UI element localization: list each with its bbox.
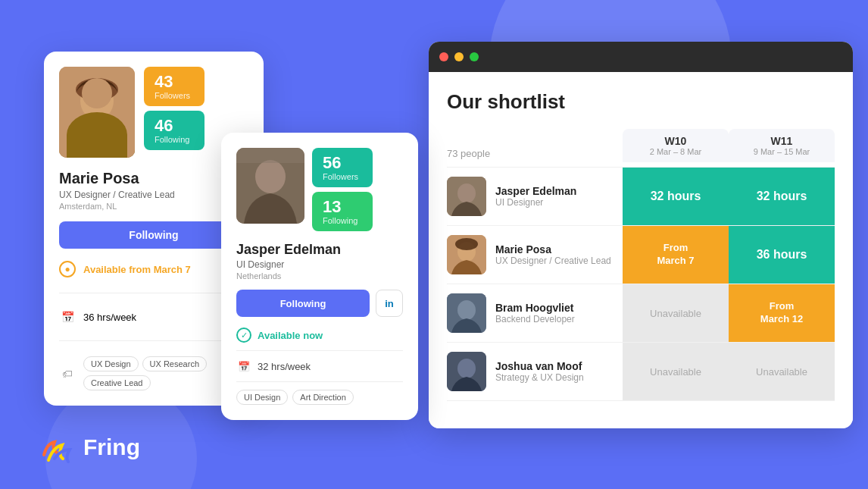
- marie-avatar-svg: [59, 67, 135, 158]
- marie-name: Marie Posa: [59, 170, 248, 187]
- bram-table-role: Backend Developer: [495, 314, 575, 324]
- joshua-table-role: Strategy & UX Design: [495, 372, 584, 383]
- linkedin-button[interactable]: in: [376, 290, 403, 317]
- minimize-dot[interactable]: [454, 52, 464, 61]
- table-row: Marie Posa UX Designer / Creative Lead F…: [447, 225, 835, 284]
- marie-follow-button[interactable]: Following: [59, 221, 248, 249]
- card2-stats: 56 Followers 13 Following: [312, 148, 373, 231]
- marie-tags-row: 🏷 UX Design UX Research Creative Lead: [59, 356, 248, 390]
- maximize-dot[interactable]: [470, 52, 479, 61]
- jasper-table-info: Jasper Edelman UI Designer: [495, 185, 576, 208]
- bram-table-info: Bram Hoogvliet Backend Developer: [495, 302, 575, 324]
- jasper-followers-num: 56: [323, 154, 362, 172]
- week11-header: W11 9 Mar – 15 Mar: [729, 129, 835, 162]
- people-count: 73 people: [447, 129, 623, 162]
- marie-w11-cell: 36 hours: [729, 226, 835, 284]
- card2-header: 56 Followers 13 Following: [236, 148, 403, 231]
- card1-stats: 43 Followers 46 Following: [144, 67, 205, 158]
- jasper-role: UI Designer: [236, 259, 403, 270]
- jasper-location: Netherlands: [236, 271, 403, 281]
- week10-dates: 2 Mar – 8 Mar: [632, 147, 720, 156]
- marie-w10-cell: FromMarch 7: [623, 226, 729, 284]
- joshua-table-info: Joshua van Moof Strategy & UX Design: [495, 360, 584, 383]
- jasper-followers-label: Followers: [323, 172, 362, 181]
- calendar-icon: 📅: [59, 309, 76, 325]
- jasper-table-avatar: [447, 177, 486, 216]
- svg-point-14: [457, 359, 476, 378]
- marie-followers-box: 43 Followers: [144, 67, 205, 106]
- marie-table-name: Marie Posa: [495, 243, 611, 255]
- close-dot[interactable]: [439, 52, 448, 61]
- marie-followers-num: 43: [155, 73, 194, 91]
- jasper-name: Jasper Edelman: [236, 242, 403, 258]
- marie-availability-row: ● Available from March 7: [59, 261, 248, 277]
- bram-w11-cell: FromMarch 12: [729, 284, 835, 342]
- bram-w10-cell: Unavailable: [623, 284, 729, 342]
- card1-info: ● Available from March 7 📅 36 hrs/week 🏷…: [59, 261, 248, 390]
- jasper-availability-row: ✓ Available now: [236, 328, 403, 343]
- svg-point-4: [255, 160, 286, 193]
- jasper-calendar-icon: 📅: [236, 359, 251, 374]
- card2-actions: Following in: [236, 290, 403, 317]
- joshua-w10-cell: Unavailable: [623, 343, 729, 400]
- jasper-availability-text: Available now: [258, 330, 323, 341]
- jasper-avatar-svg: [236, 148, 304, 224]
- jasper-w10-cell: 32 hours: [623, 168, 729, 225]
- tag-uidesign[interactable]: UI Design: [236, 390, 288, 405]
- browser-window: Our shortlist 73 people W10 2 Mar – 8 Ma…: [429, 42, 853, 428]
- shortlist-table: 73 people W10 2 Mar – 8 Mar W11 9 Mar – …: [447, 129, 835, 401]
- bram-table-avatar: [447, 293, 486, 333]
- card1-header: 43 Followers 46 Following: [59, 67, 248, 158]
- person-cell-bram: Bram Hoogvliet Backend Developer: [447, 284, 623, 342]
- svg-rect-5: [236, 148, 304, 163]
- bram-table-name: Bram Hoogvliet: [495, 302, 575, 314]
- jasper-w11-cell: 32 hours: [729, 168, 835, 225]
- fring-logo-text: Fring: [83, 434, 140, 460]
- marie-hours-row: 📅 36 hrs/week: [59, 309, 248, 325]
- marie-role: UX Designer / Creative Lead: [59, 190, 248, 200]
- tag-uxdesign[interactable]: UX Design: [83, 356, 139, 371]
- person-cell-jasper: Jasper Edelman UI Designer: [447, 168, 623, 225]
- tag-creativelead[interactable]: Creative Lead: [83, 375, 151, 390]
- week11-dates: 9 Mar – 15 Mar: [738, 147, 826, 156]
- table-row: Bram Hoogvliet Backend Developer Unavail…: [447, 284, 835, 342]
- card-jasper: 56 Followers 13 Following Jasper Edelman…: [221, 133, 418, 420]
- jasper-follow-button[interactable]: Following: [236, 290, 370, 317]
- fring-logo-icon: [38, 428, 76, 466]
- svg-point-10: [455, 238, 478, 250]
- jasper-avatar: [236, 148, 304, 224]
- marie-avatar: [59, 67, 135, 158]
- tag-uxresearch[interactable]: UX Research: [142, 356, 207, 371]
- svg-point-1: [80, 82, 114, 120]
- person-cell-marie: Marie Posa UX Designer / Creative Lead: [447, 226, 623, 284]
- person-cell-joshua: Joshua van Moof Strategy & UX Design: [447, 343, 623, 400]
- marie-following-box: 46 Following: [144, 111, 205, 150]
- marie-availability-text: Available from March 7: [83, 264, 191, 275]
- jasper-following-box: 13 Following: [312, 192, 373, 231]
- tag-artdirection[interactable]: Art Direction: [292, 390, 354, 405]
- svg-point-12: [457, 300, 476, 320]
- week10-label: W10: [632, 135, 720, 147]
- svg-point-2: [76, 78, 118, 101]
- check-icon: ✓: [236, 328, 251, 343]
- jasper-following-label: Following: [323, 216, 362, 225]
- marie-table-info: Marie Posa UX Designer / Creative Lead: [495, 243, 611, 266]
- week10-header: W10 2 Mar – 8 Mar: [623, 129, 729, 162]
- jasper-hours-text: 32 hrs/week: [258, 361, 311, 372]
- joshua-table-avatar: [447, 352, 486, 391]
- table-row: Jasper Edelman UI Designer 32 hours 32 h…: [447, 167, 835, 225]
- jasper-following-num: 13: [323, 198, 362, 216]
- table-header: 73 people W10 2 Mar – 8 Mar W11 9 Mar – …: [447, 129, 835, 167]
- jasper-table-name: Jasper Edelman: [495, 185, 576, 197]
- marie-location: Amsterdam, NL: [59, 202, 248, 211]
- joshua-table-name: Joshua van Moof: [495, 360, 584, 372]
- marie-table-role: UX Designer / Creative Lead: [495, 255, 611, 266]
- marie-hours-text: 36 hrs/week: [83, 312, 136, 323]
- marie-table-avatar: [447, 235, 486, 274]
- svg-rect-0: [59, 67, 135, 158]
- svg-point-7: [457, 183, 476, 203]
- table-row: Joshua van Moof Strategy & UX Design Una…: [447, 342, 835, 401]
- jasper-tags-row: UI Design Art Direction: [236, 390, 403, 405]
- availability-icon: ●: [59, 261, 76, 277]
- jasper-followers-box: 56 Followers: [312, 148, 373, 187]
